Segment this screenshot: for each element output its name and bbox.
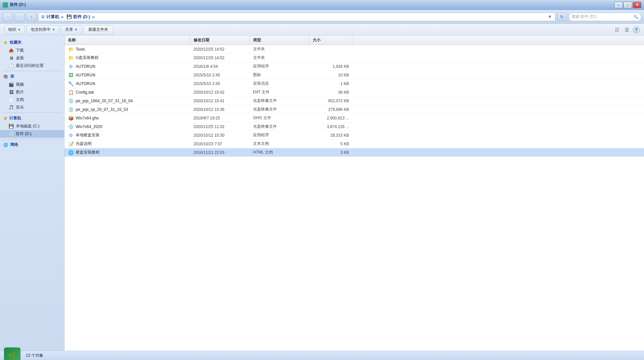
sidebar-divider-3	[3, 139, 62, 139]
address-computer[interactable]: 计算机	[46, 14, 59, 20]
refresh-button[interactable]: ↻	[557, 13, 567, 21]
share-dropdown-icon: ▼	[74, 28, 78, 31]
file-size-cell: 2,900,813 ...	[309, 114, 352, 122]
table-row[interactable]: ⚙ 本地硬盘安装 2020/10/12 15:30 应用程序 28,315 KB	[64, 131, 644, 140]
network-icon: 🌐	[3, 143, 8, 147]
sidebar-item-music[interactable]: 🎵 音乐	[0, 104, 64, 111]
desktop-icon: 🖥	[9, 56, 14, 61]
file-type-cell: 光盘映像文件	[250, 97, 309, 105]
sidebar-favorites-header[interactable]: ★ 收藏夹	[0, 38, 64, 47]
file-name: AUTORUN	[76, 73, 95, 77]
file-name: U盘安装教程	[76, 55, 99, 61]
sidebar-item-local-c[interactable]: 💾 本地磁盘 (C:)	[0, 122, 64, 130]
file-name-cell: 📋 Config.dat	[64, 88, 190, 96]
address-drive[interactable]: 软件 (D:)	[73, 14, 90, 20]
app-logo: 🌿	[4, 347, 21, 360]
file-type-cell: 应用程序	[250, 62, 309, 70]
sidebar-video-label: 视频	[16, 82, 24, 87]
sidebar-local-c-label: 本地磁盘 (C:)	[16, 123, 39, 129]
view-toggle-button[interactable]: ☰	[623, 26, 631, 34]
sidebar-computer-header[interactable]: 🖥 计算机	[0, 114, 64, 122]
organize-button[interactable]: 组织 ▼	[4, 25, 25, 34]
file-name-cell: ⚙ 本地硬盘安装	[64, 131, 190, 139]
file-name: AUTORUN	[76, 64, 95, 69]
up-button[interactable]: ↑	[26, 12, 36, 22]
file-name: Tools	[76, 47, 85, 52]
file-date-cell: 2016/11/21 22:03	[190, 148, 250, 157]
file-icon: 💿	[68, 98, 74, 104]
search-box[interactable]: 搜索 软件 (D:) 🔍	[569, 13, 641, 21]
table-row[interactable]: 🌐 硬盘安装教程 2016/11/21 22:03 HTML 文档 3 KB	[64, 148, 644, 157]
sidebar-item-video[interactable]: 🎬 视频	[0, 81, 64, 88]
file-list: 📁 Tools 2020/12/25 14:52 文件夹 📁 U盘安装教程 20…	[64, 45, 644, 351]
file-icon: 🖼	[68, 72, 74, 78]
sidebar-music-label: 音乐	[16, 105, 24, 110]
file-name-cell: 📁 U盘安装教程	[64, 54, 190, 62]
table-row[interactable]: 📝 光盘说明 2016/10/23 7:07 文本文档 5 KB	[64, 140, 644, 148]
table-row[interactable]: 💿 Win7x64_2020 2020/12/25 11:32 光盘映像文件 3…	[64, 122, 644, 131]
include-library-button[interactable]: 包含到库中 ▼	[26, 25, 60, 34]
file-size-cell: 3,874,126 ...	[309, 122, 352, 131]
address-box[interactable]: 🖥 计算机 ► 💾 软件 (D:) ► ▼	[38, 13, 555, 21]
file-name-cell: 💿 Win7x64_2020	[64, 122, 190, 131]
file-date-cell: 2019/9/7 19:25	[190, 114, 250, 122]
col-header-size[interactable]: 大小	[309, 36, 352, 45]
sidebar-item-recent[interactable]: 🕐 最近访问的位置	[0, 62, 64, 69]
address-dropdown-arrow[interactable]: ▼	[548, 14, 553, 19]
file-date-cell: 2020/10/12 15:30	[190, 131, 250, 139]
sidebar-library-header[interactable]: 📚 库	[0, 72, 64, 81]
file-type-cell: DAT 文件	[250, 88, 309, 96]
sidebar-divider-2	[3, 112, 62, 113]
file-type-cell: 光盘映像文件	[250, 105, 309, 113]
sidebar: ★ 收藏夹 📥 下载 🖥 桌面 🕐 最近访问的位置 📚 库	[0, 36, 64, 351]
share-button[interactable]: 共享 ▼	[61, 25, 82, 34]
file-type-cell: 光盘映像文件	[250, 122, 309, 131]
table-row[interactable]: 🖼 AUTORUN 2015/5/10 2:45 图标 10 KB	[64, 71, 644, 79]
close-button[interactable]: ✕	[633, 2, 641, 8]
file-size-cell	[309, 45, 352, 53]
col-header-type[interactable]: 类型	[250, 36, 309, 45]
toolbar: 组织 ▼ 包含到库中 ▼ 共享 ▼ 新建文件夹 ☷ ☰ ?	[0, 24, 644, 36]
minimize-button[interactable]: ─	[614, 2, 623, 8]
sidebar-network-header[interactable]: 🌐 网络	[0, 141, 64, 149]
sidebar-network-label: 网络	[10, 142, 18, 148]
recent-icon: 🕐	[9, 63, 14, 68]
address-bar: ← → ↑ 🖥 计算机 ► 💾 软件 (D:) ► ▼ ↻ 搜索 软件 (D:)…	[0, 10, 644, 24]
table-row[interactable]: 💿 pe_yqs_xp_20_07_31_15_53 2020/10/12 15…	[64, 105, 644, 114]
table-row[interactable]: 📦 Win7x64.gho 2019/9/7 19:25 GHO 文件 2,90…	[64, 114, 644, 122]
file-size-cell: 36 KB	[309, 88, 352, 96]
col-header-name[interactable]: 名称	[64, 36, 190, 45]
file-size-cell: 1 KB	[309, 79, 352, 88]
address-sep1: ►	[61, 14, 65, 20]
sidebar-item-soft-d[interactable]: 💿 软件 (D:)	[0, 130, 64, 138]
sidebar-item-pictures[interactable]: 🖼 图片	[0, 88, 64, 96]
file-name-cell: 🔧 AUTORUN	[64, 79, 190, 88]
table-row[interactable]: ⚙ AUTORUN 2016/1/8 4:54 应用程序 1,926 KB	[64, 62, 644, 71]
sidebar-item-documents[interactable]: 📄 文档	[0, 96, 64, 104]
table-row[interactable]: 🔧 AUTORUN 2015/5/10 2:45 安装信息 1 KB	[64, 79, 644, 88]
sidebar-item-downloads[interactable]: 📥 下载	[0, 47, 64, 54]
organize-dropdown-icon: ▼	[18, 28, 21, 31]
file-size-cell	[309, 54, 352, 62]
file-date-cell: 2016/10/23 7:07	[190, 140, 250, 148]
documents-icon: 📄	[9, 97, 14, 103]
forward-button[interactable]: →	[15, 12, 24, 22]
file-icon: ⚙	[68, 132, 74, 138]
sidebar-item-desktop[interactable]: 🖥 桌面	[0, 54, 64, 62]
table-row[interactable]: 💿 pe_yqs_1064_20_07_31_16_04 2020/10/12 …	[64, 97, 644, 105]
view-options-button[interactable]: ☷	[613, 26, 621, 34]
file-icon: 🌐	[68, 150, 74, 156]
table-row[interactable]: 📁 U盘安装教程 2020/12/25 14:52 文件夹	[64, 54, 644, 62]
file-type-cell: GHO 文件	[250, 114, 309, 122]
col-header-date[interactable]: 修改日期	[190, 36, 250, 45]
maximize-button[interactable]: □	[623, 2, 632, 8]
table-row[interactable]: 📋 Config.dat 2020/10/12 15:42 DAT 文件 36 …	[64, 88, 644, 97]
file-size-cell: 3 KB	[309, 148, 352, 157]
new-folder-button[interactable]: 新建文件夹	[83, 25, 113, 34]
table-row[interactable]: 📁 Tools 2020/12/25 14:52 文件夹	[64, 45, 644, 54]
help-button[interactable]: ?	[633, 26, 640, 33]
video-icon: 🎬	[9, 82, 14, 87]
toolbar-right: ☷ ☰ ?	[613, 26, 640, 34]
back-button[interactable]: ←	[3, 12, 13, 22]
star-icon: ★	[3, 40, 8, 45]
